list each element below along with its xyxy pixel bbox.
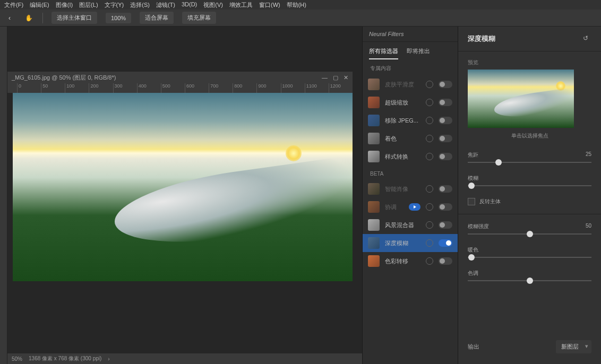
filter-toggle[interactable]: [439, 81, 452, 88]
filter-thumb: [368, 219, 380, 231]
menu-item[interactable]: 滤镜(T): [156, 1, 175, 8]
section-featured: 专属内容: [363, 59, 458, 75]
menu-bar: 文件(F) 编辑(E) 图像(I) 图层(L) 文字(Y) 选择(S) 滤镜(T…: [0, 0, 601, 10]
visibility-icon[interactable]: [426, 257, 433, 265]
filter-name: 协调: [385, 203, 403, 211]
props-footer: 输出 新图层: [458, 335, 601, 359]
filter-tabs: 所有筛选器 即将推出: [363, 42, 458, 59]
filter-toggle[interactable]: [439, 203, 452, 211]
zoom-level[interactable]: 50%: [12, 356, 22, 362]
menu-item[interactable]: 帮助(H): [287, 1, 306, 8]
minimize-icon[interactable]: —: [322, 74, 328, 81]
play-icon[interactable]: [409, 203, 420, 211]
options-bar: ‹ ✋ 选择主体窗口 100% 适合屏幕 填充屏幕: [0, 10, 601, 27]
status-bar: 50% 1368 像素 x 768 像素 (300 ppi) ›: [7, 353, 362, 364]
props-title: 深度模糊: [468, 34, 495, 44]
doc-dimensions: 1368 像素 x 768 像素 (300 ppi): [29, 355, 101, 362]
chevron-right-icon[interactable]: ›: [108, 356, 109, 362]
output-mode-dropdown[interactable]: 新图层: [556, 340, 591, 353]
checkbox-icon[interactable]: [468, 198, 475, 205]
filter-toggle[interactable]: [439, 153, 452, 160]
filter-item[interactable]: 超级缩放: [363, 93, 458, 111]
filter-toggle[interactable]: [439, 117, 452, 124]
preview-image[interactable]: [468, 70, 574, 128]
close-icon[interactable]: ✕: [344, 74, 348, 81]
filter-name: 智能肖像: [385, 185, 420, 193]
document-titlebar[interactable]: _MG_6105.jpg @ 50% (图层 0, RGB/8*) — ▢ ✕: [7, 72, 353, 83]
back-icon[interactable]: ‹: [4, 13, 15, 23]
filter-item[interactable]: 智能肖像: [363, 180, 458, 198]
menu-item[interactable]: 3D(D): [182, 1, 197, 8]
filter-thumb: [368, 201, 380, 213]
visibility-icon[interactable]: [426, 203, 433, 211]
focal-point-hint: 单击以选择焦点: [468, 132, 591, 140]
select-subject-button[interactable]: 选择主体窗口: [51, 12, 97, 24]
filter-name: 风景混合器: [385, 221, 420, 229]
slider-色调[interactable]: 色调: [458, 265, 601, 289]
visibility-icon[interactable]: [426, 135, 433, 142]
fill-screen-button[interactable]: 填充屏幕: [182, 12, 216, 24]
visibility-icon[interactable]: [426, 221, 433, 229]
document-title: _MG_6105.jpg @ 50% (图层 0, RGB/8*): [12, 74, 116, 82]
filter-toggle[interactable]: [439, 185, 452, 193]
filter-toggle[interactable]: [439, 239, 452, 247]
filter-name: 色彩转移: [385, 257, 420, 265]
filter-toggle[interactable]: [439, 99, 452, 106]
canvas-image[interactable]: [13, 93, 353, 281]
visibility-icon[interactable]: [426, 117, 433, 124]
filter-toggle[interactable]: [439, 135, 452, 142]
filter-toggle[interactable]: [439, 221, 452, 229]
tab-coming-soon[interactable]: 即将推出: [407, 47, 430, 59]
filter-thumb: [368, 97, 380, 108]
filter-item[interactable]: 皮肤平滑度: [363, 75, 458, 93]
section-beta: BETA: [363, 166, 458, 180]
menu-item[interactable]: 编辑(E): [30, 1, 49, 8]
menu-item[interactable]: 视图(V): [203, 1, 223, 8]
tools-panel[interactable]: [0, 27, 7, 364]
hand-tool-icon[interactable]: ✋: [23, 13, 34, 23]
horizontal-ruler: 0501002003004005006007008009001000110012…: [7, 83, 353, 93]
visibility-icon[interactable]: [426, 81, 433, 88]
slider-模糊[interactable]: 模糊: [458, 170, 601, 194]
maximize-icon[interactable]: ▢: [333, 74, 338, 81]
tab-all-filters[interactable]: 所有筛选器: [369, 47, 398, 59]
blur-strength-slider[interactable]: 模糊强度 50: [458, 219, 601, 242]
zoom-100-button[interactable]: 100%: [106, 13, 131, 23]
reset-icon[interactable]: ↺: [583, 34, 591, 43]
visibility-icon[interactable]: [426, 99, 433, 106]
menu-item[interactable]: 增效工具: [229, 1, 253, 8]
menu-item[interactable]: 窗口(W): [259, 1, 280, 8]
filter-properties-panel: 深度模糊 ↺ 预览 单击以选择焦点 焦距25模糊 反转主体 模糊强度 50 暖色…: [458, 27, 601, 364]
panel-title: Neural Filters: [363, 27, 458, 42]
canvas-area: _MG_6105.jpg @ 50% (图层 0, RGB/8*) — ▢ ✕ …: [7, 27, 362, 364]
fit-screen-button[interactable]: 适合屏幕: [140, 12, 174, 24]
filter-item[interactable]: 协调: [363, 198, 458, 216]
filter-item[interactable]: 着色: [363, 129, 458, 148]
visibility-icon[interactable]: [426, 185, 433, 193]
filter-thumb: [368, 133, 380, 144]
menu-item[interactable]: 选择(S): [130, 1, 150, 8]
preview-label: 预览: [468, 59, 591, 66]
visibility-icon[interactable]: [426, 153, 433, 160]
filter-toggle[interactable]: [439, 257, 452, 265]
filter-item[interactable]: 风景混合器: [363, 216, 458, 234]
visibility-icon[interactable]: [426, 239, 433, 247]
slider-暖色[interactable]: 暖色: [458, 242, 601, 265]
separator: [42, 13, 43, 23]
filter-item[interactable]: 样式转换: [363, 148, 458, 166]
menu-item[interactable]: 图层(L): [79, 1, 98, 8]
filter-name: 皮肤平滑度: [385, 81, 420, 89]
invert-subject-checkbox[interactable]: 反转主体: [458, 194, 601, 210]
filter-name: 深度模糊: [385, 239, 420, 247]
menu-item[interactable]: 图像(I): [56, 1, 73, 8]
filter-thumb: [368, 183, 380, 195]
menu-item[interactable]: 文件(F): [4, 1, 23, 8]
slider-焦距[interactable]: 焦距25: [458, 147, 601, 170]
neural-filters-panel: Neural Filters 所有筛选器 即将推出 专属内容 皮肤平滑度超级缩放…: [362, 27, 458, 364]
filter-item[interactable]: 深度模糊: [363, 234, 458, 252]
output-label: 输出: [468, 343, 479, 351]
filter-item[interactable]: 移除 JPEG...: [363, 111, 458, 129]
filter-item[interactable]: 色彩转移: [363, 252, 458, 270]
menu-item[interactable]: 文字(Y): [105, 1, 124, 8]
filter-thumb: [368, 151, 380, 162]
